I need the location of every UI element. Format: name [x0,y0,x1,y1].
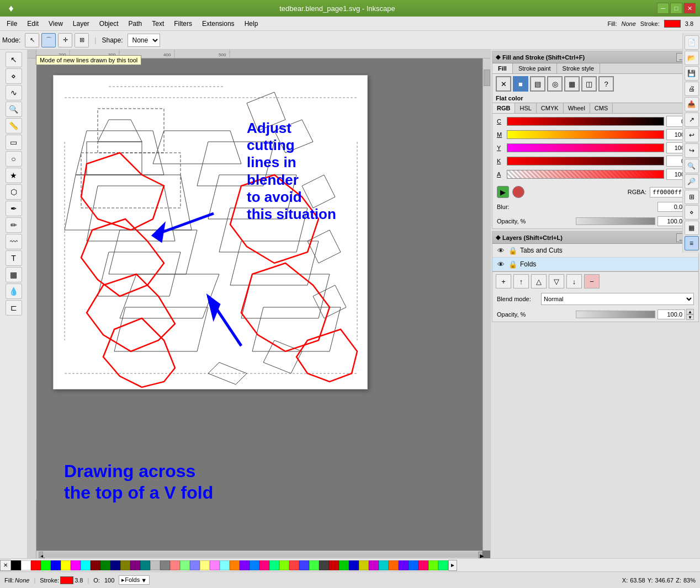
tab-cms[interactable]: CMS [590,103,613,113]
c-slider[interactable] [507,117,664,126]
menu-file[interactable]: File [2,19,22,29]
palette-x-btn[interactable]: ✕ [0,560,11,571]
layer-tabs-and-cuts[interactable]: 👁 🔒 Tabs and Cuts [492,244,698,258]
palette-color[interactable] [190,560,200,570]
tab-cmyk[interactable]: CMYK [537,103,564,113]
menu-view[interactable]: View [44,19,67,29]
palette-color[interactable] [91,560,100,570]
fill-pattern-btn[interactable]: ▦ [564,76,580,92]
minimize-button[interactable]: ─ [657,3,669,14]
shape-selector[interactable]: None [128,34,160,47]
palette-color[interactable] [120,560,130,570]
palette-color[interactable] [51,560,61,570]
tool-transform[interactable]: ⊞ [75,33,89,47]
rt-save[interactable]: 💾 [685,66,699,81]
palette-color[interactable] [200,560,210,570]
tool-pen[interactable]: ✒ [6,201,22,216]
palette-color[interactable] [210,560,220,570]
tool-select[interactable]: ✛ [58,33,72,47]
palette-color[interactable] [369,560,379,570]
maximize-button[interactable]: □ [670,3,682,14]
palette-color[interactable] [349,560,359,570]
palette-color[interactable] [428,560,438,570]
tool-arrow[interactable]: ↖ [25,33,39,47]
layer-lower-btn[interactable]: ▽ [549,274,564,288]
rt-grid[interactable]: ▦ [685,221,699,235]
m-slider[interactable] [507,130,664,139]
tab-hsl[interactable]: HSL [515,103,536,113]
palette-color[interactable] [279,560,289,570]
layer-opacity-spin-down[interactable]: ▼ [686,314,694,320]
palette-color[interactable] [11,560,21,570]
palette-color[interactable] [319,560,329,570]
palette-color[interactable] [71,560,81,570]
palette-color[interactable] [250,560,259,570]
scroll-right-btn[interactable]: ► [478,552,482,558]
menu-object[interactable]: Object [95,19,123,29]
palette-color[interactable] [309,560,319,570]
palette-color[interactable] [240,560,250,570]
menu-layer[interactable]: Layer [68,19,94,29]
layer-down-btn[interactable]: ↓ [566,274,582,288]
tool-pencil[interactable]: ✏ [6,217,22,233]
tool-calligraphy[interactable]: 〰 [6,234,22,249]
y-label[interactable]: Y [497,145,505,151]
palette-color[interactable] [289,560,299,570]
scroll-left-btn[interactable]: ◄ [39,552,43,558]
a-slider[interactable] [507,170,664,179]
rt-open[interactable]: 📂 [685,51,699,65]
c-label[interactable]: C [497,118,505,125]
rt-redo[interactable]: ↪ [685,143,699,158]
palette-color[interactable] [100,560,110,570]
rt-zoom-out[interactable]: 🔎 [685,174,699,189]
palette-color[interactable] [269,560,279,570]
layer-dropdown[interactable]: ▸Folds ▼ [119,575,150,585]
rt-import[interactable]: 📥 [685,97,699,111]
menu-text[interactable]: Text [147,19,168,29]
palette-color[interactable] [81,560,91,570]
palette-color[interactable] [230,560,240,570]
palette-color[interactable] [438,560,448,570]
menu-filters[interactable]: Filters [169,19,197,29]
menu-path[interactable]: Path [124,19,147,29]
layer-visible-icon[interactable]: 👁 [496,245,506,255]
palette-color[interactable] [41,560,51,570]
add-layer-btn[interactable]: + [496,274,511,288]
fill-none-btn[interactable]: ✕ [496,76,511,92]
tool-node-edit[interactable]: ⋄ [6,68,22,84]
rt-nodes[interactable]: ⋄ [685,205,699,220]
palette-color[interactable] [110,560,120,570]
tool-dropper[interactable]: 💧 [6,284,22,299]
rt-export[interactable]: ↗ [685,113,699,127]
palette-color[interactable] [339,560,349,570]
palette-color[interactable] [220,560,230,570]
tool-measure[interactable]: 📏 [6,118,22,133]
rt-align[interactable]: ⊞ [685,190,699,204]
layer-raise-btn[interactable]: △ [531,274,547,288]
a-label[interactable]: A [497,171,505,178]
tool-rect[interactable]: ▭ [6,135,22,150]
rt-active[interactable]: ≡ [685,236,699,250]
layer-folds[interactable]: 👁 🔒 Folds [492,258,698,271]
layer-up-btn[interactable]: ↑ [513,274,529,288]
palette-color[interactable] [379,560,389,570]
fill-flat-btn[interactable]: ■ [513,76,528,92]
render-stop-btn[interactable] [512,186,524,198]
rt-undo[interactable]: ↩ [685,128,699,142]
close-button[interactable]: ✕ [683,3,696,14]
palette-color[interactable] [409,560,418,570]
tool-star[interactable]: ★ [6,168,22,183]
palette-color[interactable] [150,560,160,570]
k-label[interactable]: K [497,158,505,164]
palette-color[interactable] [130,560,140,570]
layer-opacity-input[interactable]: 100.0 [657,309,685,319]
palette-color[interactable] [180,560,190,570]
canvas-scrollable[interactable]: Adjustcuttinglines inblenderto avoidthis… [36,58,490,558]
layer-opacity-spin-up[interactable]: ▲ [686,309,694,314]
fill-linear-btn[interactable]: ▤ [530,76,545,92]
tab-stroke-style[interactable]: Stroke style [557,63,600,73]
palette-color[interactable] [31,560,41,570]
tool-zoom[interactable]: 🔍 [6,101,22,117]
rt-zoom-in[interactable]: 🔍 [685,159,699,173]
layer-opacity-slider[interactable] [576,311,656,318]
